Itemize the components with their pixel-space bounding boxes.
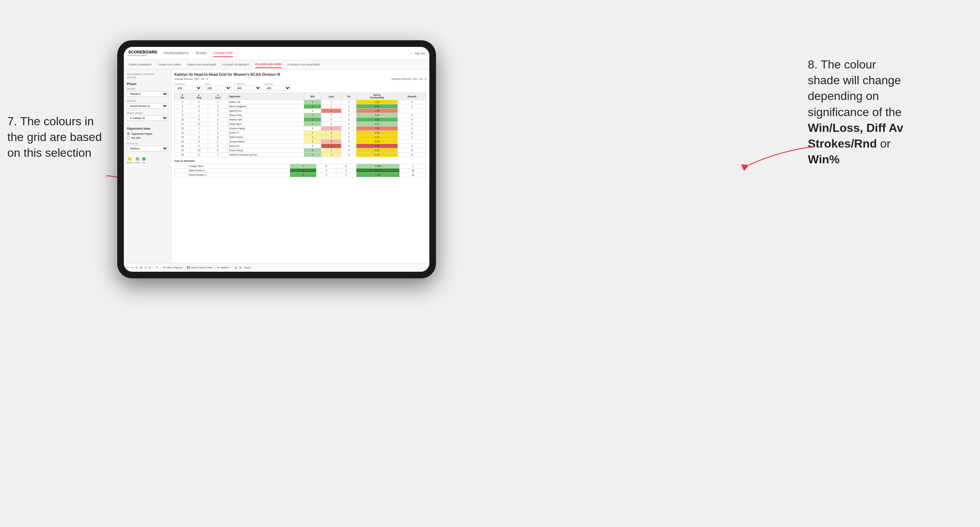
cell-diff-10: -5.00 [356, 144, 398, 148]
table-row: 16 9 1 Jessica Mason 1 2 0 -0.94 [175, 140, 426, 144]
cell-loss-4: 0 [321, 117, 342, 122]
player-rank-select[interactable]: 8. Katelyn Vo [127, 115, 168, 121]
cell-diff-12: 1.33 [356, 153, 398, 157]
gender-select[interactable]: Women's [127, 91, 168, 97]
col-conf: #Conf [208, 93, 228, 100]
cell-div-1: 5 [175, 105, 191, 109]
subnav-player-h2h-heatmap[interactable]: PLAYER H2H HEATMAP [288, 62, 321, 68]
cell-conf-3: 4 [208, 113, 228, 117]
reset-btn[interactable]: ⟳ [135, 266, 138, 269]
cell-diff-9: -0.94 [356, 140, 398, 144]
division-record-text: Division Record: 331 - 34 - 6 [391, 77, 426, 81]
cell-reg-5: 11 [190, 122, 208, 126]
out-cell-tie-1: 0 [336, 168, 356, 173]
cell-reg-8: 8 [190, 135, 208, 140]
cell-rounds-4: 4 [398, 117, 426, 122]
opponent-select[interactable]: (All) [263, 86, 291, 90]
nav-committee[interactable]: COMMITTEE [213, 50, 233, 57]
redo-btn[interactable]: ↪ [131, 266, 134, 269]
radio-opponents-played[interactable]: Opponents Played [127, 132, 168, 135]
table-row: 11 11 2 Heeju Hyun 1 0 0 3.33 3 [175, 122, 426, 126]
cell-diff-3: 3.67 [356, 113, 398, 117]
nav-tournaments[interactable]: TOURNAMENTS [163, 50, 188, 57]
cell-win-6: 0 [304, 126, 321, 131]
cell-win-1: 1 [304, 105, 321, 109]
radio-top100[interactable]: Top 100 [127, 136, 168, 139]
opponents-select[interactable]: (All) [174, 86, 202, 90]
legend-down-text: Down [127, 162, 132, 164]
cell-name-5: Heeju Hyun [228, 122, 304, 126]
sidebar-colour-label: Colour by [127, 142, 168, 144]
cell-win-9: 1 [304, 140, 321, 144]
cell-tie-9: 0 [342, 140, 356, 144]
nav-right: i Sign out [411, 52, 425, 55]
legend: Down Level Up [127, 157, 168, 164]
cell-loss-8: 1 [321, 135, 342, 140]
out-cell-rounds-0: 2 [400, 164, 426, 168]
out-cell-win-1: 15 [290, 168, 317, 173]
sidebar-player-section: Player Gender Women's Division NCAA Divi… [127, 82, 168, 124]
annotation-right-line4: significance of the [808, 105, 902, 119]
cell-rounds-6: 2 [398, 126, 426, 131]
sign-out-link[interactable]: Sign out [414, 52, 425, 55]
save-custom-btn[interactable]: 💾 Save Custom View [187, 266, 213, 269]
fwd-btn[interactable]: ↻ [149, 266, 151, 269]
table-header-row: #Div #Reg #Conf Opponent Win Loss Tie Di… [175, 93, 426, 100]
cell-name-3: Sharon Mun [228, 113, 304, 117]
out-cell-diff-2: 7.400 [356, 173, 400, 177]
tablet-screen: SCOREBOARD Powered by clippd TOURNAMENTS… [124, 47, 430, 272]
cell-conf-8: 5 [208, 135, 228, 140]
back-btn[interactable]: ↺ [144, 266, 146, 269]
radio-dot-opponents [127, 132, 130, 135]
share-btn[interactable]: Share [243, 266, 251, 269]
col-tie: Tie [342, 93, 356, 100]
copy-btn[interactable]: ⊞ [140, 266, 142, 269]
cell-loss-11: 1 [321, 148, 342, 153]
cell-div-12: 20 [175, 153, 191, 157]
print-btn[interactable]: 🖨 [234, 266, 237, 269]
cell-conf-0: 1 [208, 100, 228, 105]
cell-div-10: 18 [175, 144, 191, 148]
cell-tie-4: 0 [342, 117, 356, 122]
subnav-team-h2h-heatmap[interactable]: TEAM H2H HEATMAP [187, 62, 216, 68]
sep2 [161, 265, 161, 270]
table-row: 19 10 6 Emily Chang 4 1 0 0.30 11 [175, 148, 426, 153]
cell-rounds-12: 6 [398, 153, 426, 157]
timer-btn[interactable]: ⏱ [156, 266, 158, 269]
sidebar-colour-section: Colour by Win/loss [127, 142, 168, 154]
table-row: 9 1 4 Sharon Mun 1 0 0 3.67 3 [175, 113, 426, 117]
out-cell-loss-2: 0 [317, 173, 336, 177]
overall-record: Overall Record: 353 - 34 - 6 Division Re… [174, 77, 426, 81]
opponents-label: Opponents: [174, 83, 202, 85]
region-select[interactable]: (All) [204, 86, 232, 90]
cell-win-4: 2 [304, 117, 321, 122]
cell-div-0: 3 [175, 100, 191, 105]
sidebar-division-label: Division [127, 100, 168, 102]
division-select[interactable]: NCAA Division III [127, 103, 168, 109]
colour-by-select[interactable]: Win/loss [127, 146, 168, 151]
subnav-player-h2h-grid[interactable]: PLAYER H2H GRID [255, 61, 282, 68]
cell-name-7: Eunice Yi [228, 131, 304, 135]
cell-win-7: 2 [304, 131, 321, 135]
grid-btn[interactable]: ⊞ [239, 266, 242, 269]
view-original-btn[interactable]: 👁 View: Original [163, 266, 182, 269]
cell-tie-6: 2 [342, 126, 356, 131]
subnav-team-summary[interactable]: TEAM SUMMARY [128, 62, 152, 68]
nav-teams[interactable]: TEAMS [195, 50, 207, 57]
cell-reg-3: 1 [190, 113, 208, 117]
watch-btn[interactable]: 👁 Watch ▾ [217, 266, 230, 269]
table-row: 14 7 4 Eunice Yi 2 2 0 0.38 9 [175, 131, 426, 135]
annotation-right: 8. The colour shade will change dependin… [808, 57, 962, 167]
sep4 [215, 265, 215, 270]
subnav-player-summary[interactable]: PLAYER SUMMARY [223, 62, 250, 68]
conference-select[interactable]: (All) [234, 86, 261, 90]
cell-rounds-2 [398, 109, 426, 113]
out-of-division-header: Out of division [174, 159, 426, 163]
out-cell-win-0: 1 [290, 164, 317, 168]
cell-loss-2: 1 [321, 109, 342, 113]
subnav-team-h2h-grid[interactable]: TEAM H2H GRID [158, 62, 181, 68]
out-cell-tie-0: 0 [336, 164, 356, 168]
cell-reg-9: 9 [190, 140, 208, 144]
cell-tie-10: 0 [342, 144, 356, 148]
undo-btn[interactable]: ↩ [127, 266, 129, 269]
